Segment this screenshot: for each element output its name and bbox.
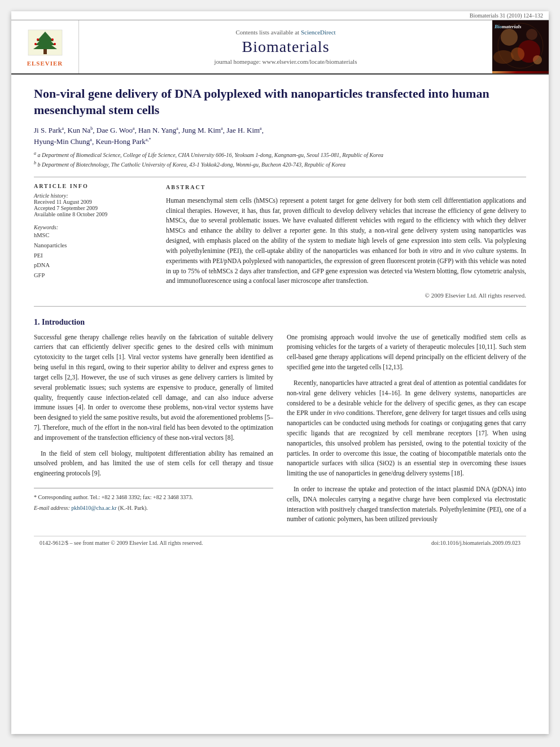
affiliations: a a Department of Biomedical Science, Co… <box>34 150 526 169</box>
article-info-heading: ARTICLE INFO <box>34 183 152 189</box>
abstract-heading: ABSTRACT <box>166 183 526 191</box>
history-subsection: Article history: Received 11 August 2009… <box>34 193 152 217</box>
keywords-label: Keywords: <box>34 224 152 230</box>
svg-point-6 <box>51 38 54 41</box>
abstract-column: ABSTRACT Human mesenchymal stem cells (h… <box>166 183 526 300</box>
keyword-1: hMSC <box>34 230 152 241</box>
bottom-bar: 0142-9612/$ – see front matter © 2009 El… <box>34 536 526 549</box>
of-te-fragment: of te <box>202 268 213 274</box>
footnote-corresponding: * Corresponding author. Tel.: +82 2 3468… <box>34 493 273 502</box>
intro-para-1: Successful gene therapy challenge relies… <box>34 333 273 443</box>
svg-point-5 <box>37 38 39 41</box>
elsevier-brand-text: ELSEVIER <box>27 60 63 67</box>
doi-line: doi:10.1016/j.biomaterials.2009.09.023 <box>431 540 520 546</box>
keywords-section: Keywords: hMSC Nanoparticles PEI pDNA GF… <box>34 224 152 281</box>
article-content: Non-viral gene delivery of DNA polyplexe… <box>11 75 549 561</box>
copyright-line: © 2009 Elsevier Ltd. All rights reserved… <box>166 291 526 300</box>
history-label: Article history: <box>34 193 152 199</box>
authors-line: Ji S. Parka, Kun Nab, Dae G. Wooa, Han N… <box>34 125 526 147</box>
keyword-2: Nanoparticles <box>34 241 152 251</box>
divider-2 <box>34 306 526 307</box>
accepted-date: Accepted 7 September 2009 <box>34 205 152 211</box>
article-info-column: ARTICLE INFO Article history: Received 1… <box>34 183 152 300</box>
divider <box>34 177 526 177</box>
email-link[interactable]: pkh0410@cha.ac.kr <box>71 505 116 511</box>
info-abstract-columns: ARTICLE INFO Article history: Received 1… <box>34 183 526 300</box>
journal-homepage: journal homepage: www.elsevier.com/locat… <box>215 58 357 65</box>
introduction-section: 1. Introduction Successful gene therapy … <box>34 318 526 531</box>
elsevier-logo: ELSEVIER <box>11 20 79 73</box>
svg-point-15 <box>493 50 514 64</box>
intro-para-4: Recently, nanoparticles have attracted a… <box>287 378 526 479</box>
keyword-3: PEI <box>34 251 152 261</box>
sciencedirect-link[interactable]: ScienceDirect <box>301 29 336 36</box>
received-date: Received 11 August 2009 <box>34 199 152 205</box>
intro-para-2: In the field of stem cell biology, multi… <box>34 449 273 479</box>
svg-point-7 <box>34 43 37 45</box>
available-date: Available online 8 October 2009 <box>34 211 152 217</box>
elsevier-tree-icon <box>25 27 65 58</box>
body-left-col: Successful gene therapy challenge relies… <box>34 333 273 531</box>
sciencedirect-text: Contents lists available at <box>235 29 299 36</box>
body-columns: Successful gene therapy challenge relies… <box>34 333 526 531</box>
keywords-list: hMSC Nanoparticles PEI pDNA GFP <box>34 230 152 281</box>
svg-rect-1 <box>43 49 47 54</box>
journal-cover-image: Biomaterials <box>492 20 549 73</box>
article-info-section: ARTICLE INFO Article history: Received 1… <box>34 183 152 217</box>
intro-para-5: In order to increase the uptake and prot… <box>287 484 526 525</box>
article-title: Non-viral gene delivery of DNA polyplexe… <box>34 86 526 118</box>
footnote-area: * Corresponding author. Tel.: +82 2 3468… <box>34 488 273 512</box>
svg-point-14 <box>526 29 537 40</box>
section-title: 1. Introduction <box>34 318 526 327</box>
intro-para-3: One promising approach would involve the… <box>287 333 526 373</box>
journal-header: ELSEVIER Contents lists available at Sci… <box>11 20 549 75</box>
svg-point-16 <box>533 55 542 64</box>
abstract-text: Human mesenchymal stem cells (hMSCs) rep… <box>166 196 526 286</box>
journal-title-area: Contents lists available at ScienceDirec… <box>79 20 492 73</box>
footnote-email: E-mail address: pkh0410@cha.ac.kr (K.-H.… <box>34 504 273 513</box>
svg-point-8 <box>54 43 56 45</box>
keyword-4: pDNA <box>34 260 152 270</box>
journal-name: Biomaterials <box>242 38 329 56</box>
issn-line: 0142-9612/$ – see front matter © 2009 El… <box>40 540 203 546</box>
journal-ref: Biomaterials 31 (2010) 124–132 <box>11 11 549 20</box>
svg-point-11 <box>501 29 518 46</box>
sciencedirect-line: Contents lists available at ScienceDirec… <box>235 29 335 36</box>
page: Biomaterials 31 (2010) 124–132 ELSEVIER <box>11 11 549 734</box>
cover-label: Biomaterials <box>495 24 522 29</box>
keyword-5: GFP <box>34 270 152 281</box>
body-right-col: One promising approach would involve the… <box>287 333 526 531</box>
homepage-text: journal homepage: www.elsevier.com/locat… <box>215 58 357 65</box>
